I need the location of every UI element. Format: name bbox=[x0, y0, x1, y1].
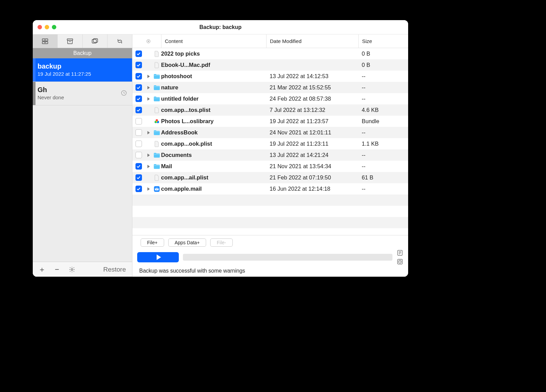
drawer-icon bbox=[41, 38, 49, 45]
table-row[interactable]: photoshoot13 Jul 2022 at 14:12:53-- bbox=[132, 71, 408, 82]
file-name: com.app...tos.plist bbox=[161, 107, 266, 113]
sidebar-item-name: Gh bbox=[38, 86, 127, 94]
status-text: Backup was successful with some warnings bbox=[137, 268, 403, 274]
sidebar-item-backup[interactable]: backup19 Jul 2022 at 11:27:25 bbox=[33, 58, 132, 82]
tab-archive[interactable] bbox=[58, 34, 83, 48]
play-icon bbox=[157, 255, 161, 260]
restore-button[interactable]: Restore bbox=[100, 264, 129, 275]
checkbox[interactable] bbox=[135, 73, 142, 79]
table-row[interactable]: nature21 Mar 2022 at 15:52:55-- bbox=[132, 82, 408, 93]
table-row bbox=[132, 217, 408, 228]
folder-icon bbox=[153, 73, 160, 79]
checkbox[interactable] bbox=[135, 62, 142, 68]
chevron-right-icon[interactable] bbox=[147, 154, 150, 157]
chevron-right-icon[interactable] bbox=[147, 86, 150, 89]
table-row[interactable]: Ebook-U...Mac.pdf0 B bbox=[132, 59, 408, 71]
drag-handle-icon[interactable] bbox=[33, 58, 35, 82]
table-row[interactable]: AddressBook24 Nov 2021 at 12:01:11-- bbox=[132, 127, 408, 138]
file-name: com.app...ail.plist bbox=[161, 174, 266, 181]
table-row bbox=[132, 206, 408, 217]
plus-icon: ＋ bbox=[38, 264, 46, 275]
checkbox[interactable] bbox=[135, 107, 142, 113]
sidebar-item-gh[interactable]: GhNever done bbox=[33, 82, 132, 105]
minus-icon: − bbox=[55, 265, 59, 274]
sidebar: Backup backup19 Jul 2022 at 11:27:25GhNe… bbox=[33, 34, 132, 277]
run-button[interactable] bbox=[137, 252, 179, 262]
file-size: -- bbox=[358, 96, 408, 102]
file-icon bbox=[153, 107, 160, 113]
svg-rect-20 bbox=[154, 131, 160, 132]
close-icon[interactable] bbox=[38, 25, 42, 29]
table-row[interactable]: Documents13 Jul 2022 at 14:21:24-- bbox=[132, 149, 408, 161]
svg-rect-15 bbox=[154, 98, 160, 98]
gear-icon bbox=[69, 266, 75, 273]
add-button[interactable]: ＋ bbox=[36, 264, 48, 275]
schedule-icon[interactable] bbox=[397, 258, 403, 265]
checkbox[interactable] bbox=[135, 118, 142, 125]
checkbox[interactable] bbox=[135, 141, 142, 147]
photos-icon bbox=[153, 118, 160, 125]
tab-backup[interactable] bbox=[33, 34, 58, 48]
checkbox[interactable] bbox=[135, 129, 142, 136]
file-size: -- bbox=[358, 186, 408, 192]
folder-icon bbox=[153, 130, 160, 136]
file-date: 24 Feb 2022 at 08:57:38 bbox=[266, 96, 358, 102]
file-size: 0 B bbox=[358, 50, 408, 57]
chevron-right-icon[interactable] bbox=[147, 75, 150, 78]
checkbox[interactable] bbox=[135, 84, 142, 91]
tab-sync[interactable] bbox=[107, 34, 132, 48]
file-minus-button[interactable]: File- bbox=[210, 238, 232, 247]
table-row[interactable]: com.app...tos.plist7 Jul 2022 at 13:12:3… bbox=[132, 104, 408, 116]
checkbox[interactable] bbox=[135, 174, 142, 181]
file-name: AddressBook bbox=[161, 129, 266, 136]
chevron-right-icon[interactable] bbox=[147, 97, 150, 101]
titlebar: Backup: backup bbox=[33, 20, 408, 34]
table-row bbox=[132, 228, 408, 235]
chevron-right-icon[interactable] bbox=[147, 165, 150, 168]
table-row[interactable]: com.apple.mail16 Jun 2022 at 12:14:18-- bbox=[132, 183, 408, 194]
stack-icon bbox=[91, 38, 99, 45]
file-size: -- bbox=[358, 73, 408, 79]
check-icon bbox=[136, 176, 141, 180]
table-row[interactable]: untitled folder24 Feb 2022 at 08:57:38-- bbox=[132, 93, 408, 104]
zoom-icon[interactable] bbox=[52, 25, 56, 29]
sidebar-tabstrip bbox=[33, 34, 132, 48]
table-row[interactable]: 2022 top picks0 B bbox=[132, 48, 408, 59]
column-header-size[interactable]: Size bbox=[358, 34, 408, 48]
window-title: Backup: backup bbox=[33, 24, 408, 30]
file-plus-button[interactable]: File+ bbox=[141, 238, 164, 247]
table-row[interactable]: Mail21 Nov 2021 at 13:54:34-- bbox=[132, 161, 408, 172]
tab-restore[interactable] bbox=[83, 34, 107, 48]
file-name: Documents bbox=[161, 152, 266, 158]
checkbox[interactable] bbox=[135, 163, 142, 170]
table-row[interactable]: com.app...ook.plist19 Jul 2022 at 11:23:… bbox=[132, 138, 408, 149]
file-date: 21 Nov 2021 at 13:54:34 bbox=[266, 163, 358, 170]
file-name: Mail bbox=[161, 163, 266, 170]
file-size: 61 B bbox=[358, 174, 408, 181]
checkbox[interactable] bbox=[135, 186, 142, 192]
remove-button[interactable]: − bbox=[51, 264, 63, 275]
drag-handle-icon[interactable] bbox=[33, 82, 35, 105]
sidebar-footer: ＋ − Restore bbox=[33, 262, 132, 277]
table-row[interactable]: Photos L...oslibrary19 Jul 2022 at 11:23… bbox=[132, 116, 408, 127]
checkbox[interactable] bbox=[135, 50, 142, 57]
table-row[interactable]: com.app...ail.plist21 Feb 2022 at 07:19:… bbox=[132, 172, 408, 183]
log-icon[interactable] bbox=[397, 249, 403, 256]
column-header-date[interactable]: Date Modified bbox=[266, 34, 358, 48]
file-date: 13 Jul 2022 at 14:21:24 bbox=[266, 152, 358, 158]
column-header-content[interactable]: Content bbox=[161, 34, 266, 48]
chevron-right-icon[interactable] bbox=[147, 131, 150, 134]
file-icon bbox=[153, 62, 160, 68]
settings-button[interactable] bbox=[66, 264, 78, 275]
checkbox[interactable] bbox=[135, 152, 142, 158]
checkbox[interactable] bbox=[135, 96, 142, 102]
file-name: com.app...ook.plist bbox=[161, 141, 266, 147]
file-name: untitled folder bbox=[161, 96, 266, 102]
file-date: 24 Nov 2021 at 12:01:11 bbox=[266, 129, 358, 136]
folder-icon bbox=[153, 152, 160, 158]
minimize-icon[interactable] bbox=[45, 25, 49, 29]
svg-point-10 bbox=[71, 268, 73, 270]
apps-data-button[interactable]: Apps Data+ bbox=[168, 238, 206, 247]
chevron-right-icon[interactable] bbox=[147, 187, 150, 191]
svg-rect-22 bbox=[154, 165, 160, 166]
